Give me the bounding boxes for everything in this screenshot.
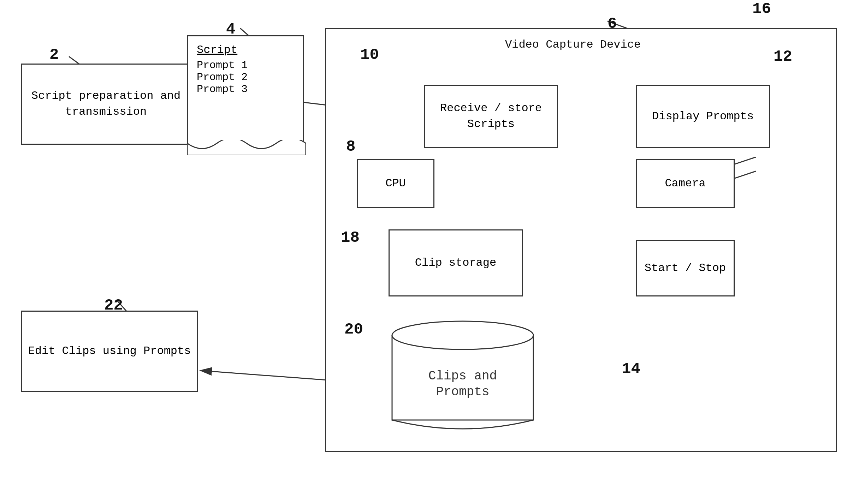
script-prep-text: Script preparation and transmission — [22, 88, 190, 120]
svg-text:Prompts: Prompts — [436, 385, 489, 399]
box-receive: Receive / store Scripts — [424, 85, 558, 148]
svg-text:Clips and: Clips and — [428, 369, 497, 383]
script-doc-title: Script — [197, 43, 294, 56]
script-prompt1: Prompt 1 — [197, 59, 248, 71]
script-prompt2: Prompt 2 — [197, 71, 248, 83]
start-stop-text: Start / Stop — [645, 260, 726, 276]
label-16: 16 — [752, 0, 771, 18]
cylinder-clips: Clips and Prompts — [389, 318, 537, 438]
script-prompt3: Prompt 3 — [197, 83, 248, 95]
box-display: Display Prompts — [636, 85, 770, 148]
svg-point-25 — [392, 321, 533, 349]
svg-line-22 — [735, 157, 756, 164]
clip-storage-text: Clip storage — [415, 255, 496, 271]
label-18: 18 — [341, 229, 360, 246]
svg-line-23 — [735, 171, 756, 178]
cpu-text: CPU — [385, 176, 406, 192]
display-text: Display Prompts — [652, 109, 754, 125]
box-script-prep: Script preparation and transmission — [21, 64, 191, 145]
camera-text: Camera — [665, 176, 705, 192]
box-script-doc: Script Prompt 1 Prompt 2 Prompt 3 — [187, 35, 304, 155]
receive-text: Receive / store Scripts — [425, 101, 557, 132]
camera-ticks — [735, 157, 763, 210]
box-camera: Camera — [636, 159, 735, 208]
label-20: 20 — [344, 320, 363, 338]
box-cpu: CPU — [357, 159, 434, 208]
box-start-stop: Start / Stop — [636, 240, 735, 296]
edit-clips-text: Edit Clips using Prompts — [28, 343, 191, 359]
diagram-container: 2 Script preparation and transmission 4 … — [0, 0, 865, 504]
label-12: 12 — [774, 48, 792, 65]
label-14: 14 — [622, 360, 640, 378]
label-2: 2 — [49, 46, 59, 64]
label-6: 6 — [608, 15, 617, 32]
box-edit: Edit Clips using Prompts — [21, 311, 198, 392]
vcd-label: Video Capture Device — [505, 38, 641, 51]
label-8: 8 — [346, 138, 355, 155]
label-10: 10 — [360, 46, 379, 64]
box-clip-storage: Clip storage — [389, 229, 523, 296]
